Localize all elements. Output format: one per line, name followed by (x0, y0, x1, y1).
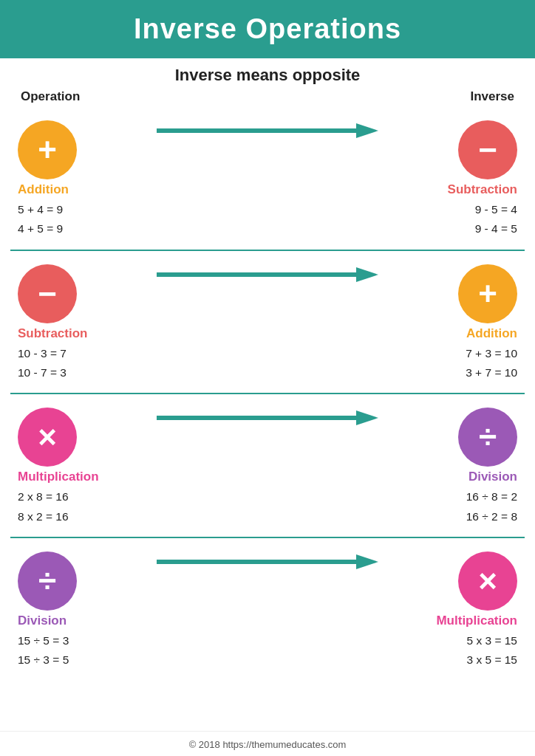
arrow-svg-1 (114, 264, 421, 285)
right-circle-0: − (458, 120, 517, 179)
operation-row-2: × Multiplication 2 x 8 = 168 x 2 = 16 ÷ … (10, 394, 525, 538)
op-left-3: ÷ Division 15 ÷ 5 = 315 ÷ 3 = 5 (18, 551, 106, 670)
right-equations-0: 9 - 5 = 49 - 4 = 5 (475, 200, 517, 239)
svg-marker-7 (356, 554, 378, 569)
svg-marker-1 (356, 123, 378, 138)
right-equations-2: 16 ÷ 8 = 216 ÷ 2 = 8 (466, 487, 517, 526)
op-left-2: × Multiplication 2 x 8 = 168 x 2 = 16 (18, 408, 106, 526)
col-label-inverse: Inverse (470, 89, 514, 104)
left-name-3: Division (18, 614, 67, 628)
left-equations-3: 15 ÷ 5 = 315 ÷ 3 = 5 (18, 631, 69, 670)
operation-row-3: ÷ Division 15 ÷ 5 = 315 ÷ 3 = 5 × Multip… (10, 538, 525, 681)
right-name-2: Division (468, 470, 517, 484)
arrow-area-0 (106, 120, 429, 182)
column-labels: Operation Inverse (0, 88, 535, 107)
left-circle-2: × (18, 408, 77, 467)
right-name-3: Multiplication (436, 614, 517, 628)
left-name-1: Subtraction (18, 326, 87, 341)
left-equations-2: 2 x 8 = 168 x 2 = 16 (18, 487, 69, 526)
op-left-0: + Addition 5 + 4 = 94 + 5 = 9 (18, 120, 106, 239)
svg-marker-5 (356, 410, 378, 425)
col-label-operation: Operation (21, 89, 80, 104)
header: Inverse Operations (0, 0, 535, 58)
op-left-1: − Subtraction 10 - 3 = 710 - 7 = 3 (18, 264, 106, 383)
left-equations-1: 10 - 3 = 710 - 7 = 3 (18, 344, 67, 383)
right-circle-3: × (458, 551, 517, 611)
left-equations-0: 5 + 4 = 94 + 5 = 9 (18, 200, 63, 239)
footer: © 2018 https://themumeducates.com (0, 731, 535, 756)
arrow-area-1 (106, 264, 429, 326)
operation-row-1: − Subtraction 10 - 3 = 710 - 7 = 3 + Add… (10, 251, 525, 395)
op-right-1: + Addition 7 + 3 = 103 + 7 = 10 (429, 264, 517, 383)
left-name-2: Multiplication (18, 470, 99, 484)
arrow-area-2 (106, 408, 429, 469)
right-name-1: Addition (466, 326, 517, 341)
right-name-0: Subtraction (448, 182, 517, 197)
left-circle-1: − (18, 264, 77, 323)
op-right-3: × Multiplication 5 x 3 = 153 x 5 = 15 (429, 551, 517, 670)
left-name-0: Addition (18, 182, 69, 197)
arrow-svg-3 (114, 551, 421, 572)
subtitle-text: Inverse means opposite (175, 66, 361, 84)
op-right-2: ÷ Division 16 ÷ 8 = 216 ÷ 2 = 8 (429, 408, 517, 526)
svg-marker-3 (356, 267, 378, 282)
content-area: + Addition 5 + 4 = 94 + 5 = 9 − Subtract… (0, 107, 535, 731)
right-circle-1: + (458, 264, 517, 323)
right-equations-1: 7 + 3 = 103 + 7 = 10 (466, 344, 517, 383)
left-circle-3: ÷ (18, 551, 77, 611)
arrow-svg-2 (114, 408, 421, 428)
op-right-0: − Subtraction 9 - 5 = 49 - 4 = 5 (429, 120, 517, 239)
arrow-area-3 (106, 551, 429, 613)
arrow-svg-0 (114, 120, 421, 141)
left-circle-0: + (18, 120, 77, 179)
subtitle-row: Inverse means opposite (0, 58, 535, 88)
page-title: Inverse Operations (7, 13, 528, 45)
right-equations-3: 5 x 3 = 153 x 5 = 15 (466, 631, 517, 670)
operation-row-0: + Addition 5 + 4 = 94 + 5 = 9 − Subtract… (10, 107, 525, 251)
right-circle-2: ÷ (458, 408, 517, 467)
